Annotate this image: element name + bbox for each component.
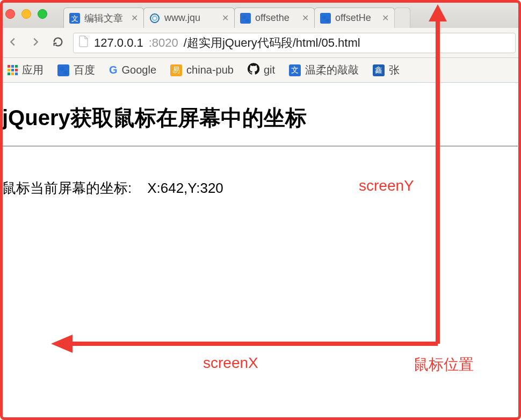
url-host: 127.0.0.1 <box>94 36 143 50</box>
svg-point-3 <box>153 16 157 20</box>
bookmark-label: git <box>264 64 275 76</box>
tab-label: offsetHe <box>335 12 378 24</box>
chinapub-icon: 易 <box>170 64 182 76</box>
bluebox-icon: 鑫 <box>373 64 385 76</box>
bookmark-item[interactable]: 易 china-pub <box>170 64 234 76</box>
page-heading: jQuery获取鼠标在屏幕中的坐标 <box>0 93 521 146</box>
window-close-button[interactable] <box>5 9 15 19</box>
bookmark-item[interactable]: 文 温柔的敲敲 <box>289 63 359 77</box>
bookmark-label: 张 <box>389 63 400 77</box>
tab-label: 编辑文章 <box>84 12 127 25</box>
bookmark-label: Google <box>122 64 157 76</box>
url-path: /超实用jQuery代码段/html/05.html <box>184 35 360 51</box>
bookmark-label: 应用 <box>22 63 44 77</box>
svg-text:🐾: 🐾 <box>242 15 250 23</box>
apps-icon <box>8 65 18 75</box>
tab-close-icon[interactable]: ✕ <box>131 13 138 23</box>
browser-toolbar: 127.0.0.1:8020/超实用jQuery代码段/html/05.html <box>0 28 521 58</box>
page-icon <box>79 35 89 50</box>
favicon-icon <box>149 13 160 24</box>
window-minimize-button[interactable] <box>21 9 31 19</box>
tab-close-icon[interactable]: ✕ <box>302 13 309 23</box>
tab-close-icon[interactable]: ✕ <box>222 13 229 23</box>
tab-label: offsethe <box>255 12 298 24</box>
url-port: :8020 <box>149 36 178 50</box>
window-titlebar: 文 编辑文章 ✕ www.jqu ✕ 🐾 offsethe ✕ 🐾 offset… <box>0 0 521 28</box>
blue-wiki-icon: 文 <box>289 64 301 76</box>
tab-strip: 文 编辑文章 ✕ www.jqu ✕ 🐾 offsethe ✕ 🐾 offset… <box>63 0 410 28</box>
browser-tab[interactable]: 🐾 offsethe ✕ <box>234 8 315 28</box>
coord-value: X:642,Y:320 <box>147 180 223 196</box>
google-icon: G <box>109 64 118 76</box>
tab-close-icon[interactable]: ✕ <box>382 13 389 23</box>
address-bar[interactable]: 127.0.0.1:8020/超实用jQuery代码段/html/05.html <box>73 33 516 53</box>
new-tab-button[interactable] <box>394 8 410 28</box>
window-controls <box>5 9 47 19</box>
browser-tab[interactable]: 文 编辑文章 ✕ <box>63 8 144 28</box>
svg-text:文: 文 <box>71 15 78 23</box>
annotation-screeny: screenY <box>359 177 414 194</box>
apps-shortcut[interactable]: 应用 <box>8 63 44 77</box>
browser-tab[interactable]: www.jqu ✕ <box>143 8 235 28</box>
coord-readout: 鼠标当前屏幕的坐标: X:642,Y:320 <box>0 147 521 198</box>
bookmark-label: china-pub <box>186 64 234 76</box>
svg-text:🐾: 🐾 <box>322 15 330 23</box>
forward-button[interactable] <box>28 36 43 50</box>
annotation-screenx: screenX <box>203 354 258 372</box>
coord-label: 鼠标当前屏幕的坐标: <box>2 180 132 196</box>
favicon-icon: 🐾 <box>320 13 331 24</box>
browser-tab[interactable]: 🐾 offsetHe ✕ <box>314 8 395 28</box>
bookmarks-bar: 应用 🐾 百度 G Google 易 china-pub git 文 温柔的敲敲… <box>0 58 521 83</box>
annotation-mouse-pos: 鼠标位置 <box>414 354 474 375</box>
github-icon <box>248 63 259 77</box>
bookmark-label: 温柔的敲敲 <box>305 63 359 77</box>
bookmark-item[interactable]: git <box>248 63 275 77</box>
svg-point-2 <box>150 14 159 23</box>
favicon-icon: 文 <box>69 13 80 24</box>
reload-button[interactable] <box>50 36 66 50</box>
bookmark-item[interactable]: 鑫 张 <box>373 63 400 77</box>
favicon-icon: 🐾 <box>240 13 251 24</box>
bookmark-item[interactable]: 🐾 百度 <box>57 63 95 77</box>
bookmark-item[interactable]: G Google <box>109 64 156 76</box>
tab-label: www.jqu <box>164 12 218 24</box>
bookmark-label: 百度 <box>74 63 95 77</box>
window-zoom-button[interactable] <box>38 9 47 19</box>
back-button[interactable] <box>5 36 20 50</box>
baidu-icon: 🐾 <box>57 64 69 76</box>
